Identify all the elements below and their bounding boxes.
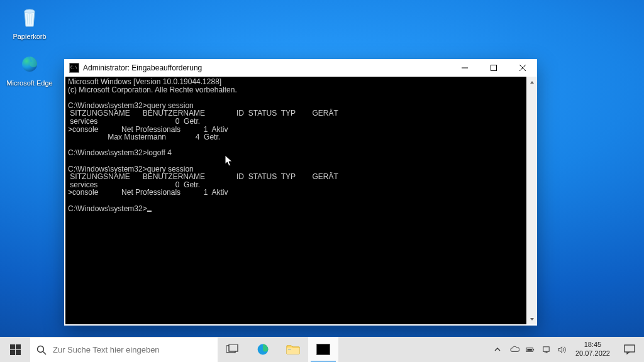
svg-rect-2 xyxy=(491,65,497,71)
edge-icon xyxy=(255,342,270,357)
terminal-output[interactable]: Microsoft Windows [Version 10.0.19044.12… xyxy=(65,77,526,324)
taskbar-app-explorer[interactable] xyxy=(278,337,308,362)
svg-rect-17 xyxy=(625,345,635,352)
svg-rect-14 xyxy=(533,349,534,350)
onedrive-icon[interactable] xyxy=(510,345,519,354)
vertical-scrollbar[interactable] xyxy=(526,77,537,324)
battery-icon[interactable] xyxy=(526,345,535,354)
svg-rect-6 xyxy=(16,350,21,355)
taskbar-app-cmd[interactable] xyxy=(308,337,338,362)
scroll-up-button[interactable] xyxy=(526,77,537,87)
cmd-icon xyxy=(316,344,330,355)
svg-rect-5 xyxy=(10,350,15,355)
task-view-button[interactable] xyxy=(218,337,248,362)
edge-icon xyxy=(17,52,42,77)
notification-icon xyxy=(624,344,635,354)
volume-icon[interactable] xyxy=(557,345,567,354)
desktop-icon-label: Microsoft Edge xyxy=(6,79,53,87)
taskbar-clock[interactable]: 18:45 20.07.2022 xyxy=(570,337,615,362)
folder-icon xyxy=(286,344,300,355)
clock-time: 18:45 xyxy=(584,341,602,349)
system-tray xyxy=(506,337,570,362)
svg-rect-4 xyxy=(16,344,21,349)
windows-logo-icon xyxy=(10,344,21,355)
svg-rect-3 xyxy=(10,344,15,349)
svg-rect-12 xyxy=(288,349,291,349)
svg-point-7 xyxy=(38,346,44,352)
terminal-line: C:\Windows\system32>logoff 4 xyxy=(68,148,172,157)
close-button[interactable] xyxy=(508,59,537,77)
cmd-icon xyxy=(69,63,79,73)
taskbar: 18:45 20.07.2022 xyxy=(0,337,644,362)
network-icon[interactable] xyxy=(541,345,551,354)
scroll-down-button[interactable] xyxy=(526,314,537,324)
terminal-prompt: C:\Windows\system32> xyxy=(68,204,147,213)
svg-rect-11 xyxy=(287,348,299,354)
taskbar-app-edge[interactable] xyxy=(248,337,278,362)
chevron-up-icon xyxy=(494,346,501,353)
svg-rect-16 xyxy=(543,346,549,351)
desktop-icon-recycle-bin[interactable]: Papierkorb xyxy=(6,5,53,40)
search-icon xyxy=(36,345,47,355)
search-input[interactable] xyxy=(53,345,211,354)
terminal-line: >console Net Professionals 1 Aktiv xyxy=(68,188,228,197)
terminal-line: Max Mustermann 4 Getr. xyxy=(68,133,220,141)
task-view-icon xyxy=(226,344,239,354)
svg-point-0 xyxy=(25,9,35,13)
terminal-line: (c) Microsoft Corporation. Alle Rechte v… xyxy=(68,85,237,94)
svg-rect-9 xyxy=(229,344,238,351)
taskbar-search[interactable] xyxy=(30,337,218,362)
desktop-icon-label: Papierkorb xyxy=(6,33,53,40)
start-button[interactable] xyxy=(0,337,30,362)
clock-date: 20.07.2022 xyxy=(575,349,610,358)
action-center-button[interactable] xyxy=(615,337,644,362)
desktop-icon-edge[interactable]: Microsoft Edge xyxy=(6,52,53,87)
text-cursor xyxy=(147,211,152,212)
trash-icon xyxy=(17,5,42,30)
titlebar[interactable]: Administrator: Eingabeaufforderung xyxy=(64,59,537,77)
window-title: Administrator: Eingabeaufforderung xyxy=(83,63,450,72)
svg-rect-15 xyxy=(527,349,532,351)
cmd-window: Administrator: Eingabeaufforderung Micro… xyxy=(64,59,537,326)
tray-overflow-button[interactable] xyxy=(489,337,506,362)
minimize-button[interactable] xyxy=(450,59,479,77)
maximize-button[interactable] xyxy=(479,59,508,77)
